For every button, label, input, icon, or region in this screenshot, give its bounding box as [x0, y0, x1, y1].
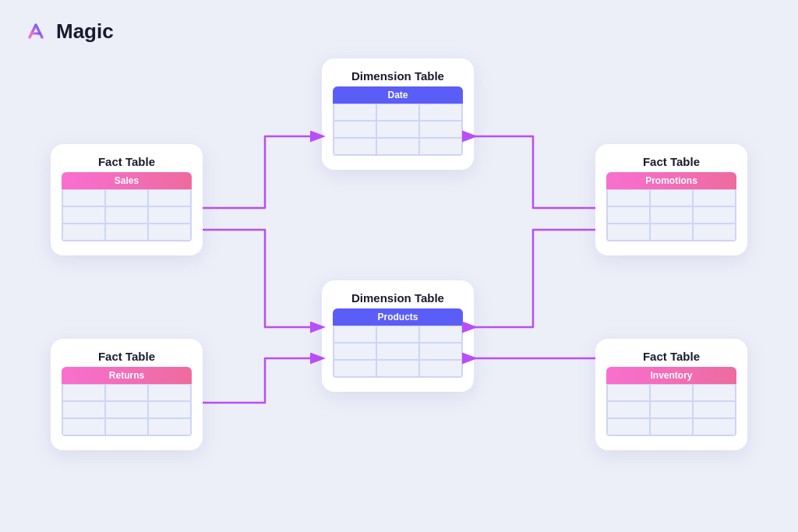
- logo-icon: [22, 17, 50, 45]
- cell: [105, 384, 148, 401]
- cell: [62, 384, 105, 401]
- cell: [607, 401, 650, 418]
- cell: [419, 121, 462, 138]
- cell: [376, 104, 419, 121]
- cell: [148, 418, 191, 435]
- cell: [334, 360, 376, 377]
- promotions-header: Promotions: [606, 172, 736, 189]
- cell: [376, 121, 419, 138]
- cell: [419, 104, 462, 121]
- cell: [693, 189, 736, 206]
- arrow-sales-products: [203, 230, 322, 327]
- cell: [650, 418, 693, 435]
- products-header: Products: [333, 308, 463, 326]
- cell: [419, 138, 462, 155]
- date-type-label: Dimension Table: [351, 69, 444, 83]
- products-type-label: Dimension Table: [351, 291, 444, 305]
- inventory-grid: [606, 384, 736, 436]
- cell: [62, 224, 105, 241]
- card-date: Dimension Table Date: [322, 58, 474, 170]
- cell: [693, 384, 736, 401]
- inventory-header: Inventory: [606, 367, 736, 384]
- arrow-promotions-date: [474, 136, 595, 208]
- cell: [650, 224, 693, 241]
- cell: [650, 189, 693, 206]
- cell: [105, 189, 148, 206]
- cell: [607, 418, 650, 435]
- products-table: Products: [333, 308, 463, 378]
- logo: Magic: [22, 17, 114, 45]
- cell: [607, 224, 650, 241]
- cell: [148, 206, 191, 224]
- promotions-grid: [606, 189, 736, 241]
- cell: [650, 206, 693, 224]
- cell: [607, 206, 650, 224]
- arrow-sales-date: [203, 136, 322, 208]
- date-table: Date: [333, 86, 463, 156]
- inventory-table: Inventory: [606, 367, 736, 436]
- cell: [62, 418, 105, 435]
- promotions-type-label: Fact Table: [643, 155, 700, 168]
- sales-type-label: Fact Table: [98, 155, 155, 168]
- cell: [62, 189, 105, 206]
- products-grid: [333, 326, 463, 378]
- cell: [334, 121, 376, 138]
- card-sales: Fact Table Sales: [51, 144, 203, 255]
- cell: [693, 224, 736, 241]
- cell: [334, 343, 376, 360]
- cell: [419, 326, 462, 343]
- cell: [693, 418, 736, 435]
- cell: [105, 206, 148, 224]
- cell: [693, 401, 736, 418]
- card-inventory: Fact Table Inventory: [595, 339, 747, 450]
- sales-table: Sales: [62, 172, 192, 241]
- cell: [607, 189, 650, 206]
- cell: [650, 384, 693, 401]
- cell: [148, 224, 191, 241]
- date-header: Date: [333, 86, 463, 104]
- cell: [148, 401, 191, 418]
- cell: [105, 224, 148, 241]
- cell: [419, 360, 462, 377]
- cell: [148, 189, 191, 206]
- returns-table: Returns: [62, 367, 192, 436]
- cell: [62, 401, 105, 418]
- cell: [376, 326, 419, 343]
- cell: [334, 104, 376, 121]
- cell: [607, 384, 650, 401]
- cell: [62, 206, 105, 224]
- returns-grid: [62, 384, 192, 436]
- svg-point-0: [22, 17, 50, 45]
- cell: [650, 401, 693, 418]
- sales-header: Sales: [62, 172, 192, 189]
- cell: [376, 138, 419, 155]
- cell: [105, 418, 148, 435]
- card-products: Dimension Table Products: [322, 280, 474, 392]
- returns-header: Returns: [62, 367, 192, 384]
- card-promotions: Fact Table Promotions: [595, 144, 747, 255]
- inventory-type-label: Fact Table: [643, 350, 700, 363]
- sales-grid: [62, 189, 192, 241]
- date-grid: [333, 104, 463, 156]
- returns-type-label: Fact Table: [98, 350, 155, 363]
- cell: [105, 401, 148, 418]
- cell: [376, 360, 419, 377]
- cell: [148, 384, 191, 401]
- card-returns: Fact Table Returns: [51, 339, 203, 450]
- cell: [334, 138, 376, 155]
- arrow-returns-products: [203, 358, 322, 403]
- cell: [419, 343, 462, 360]
- arrow-promotions-products: [474, 230, 595, 327]
- cell: [376, 343, 419, 360]
- cell: [334, 326, 376, 343]
- logo-text: Magic: [56, 19, 114, 44]
- promotions-table: Promotions: [606, 172, 736, 241]
- cell: [693, 206, 736, 224]
